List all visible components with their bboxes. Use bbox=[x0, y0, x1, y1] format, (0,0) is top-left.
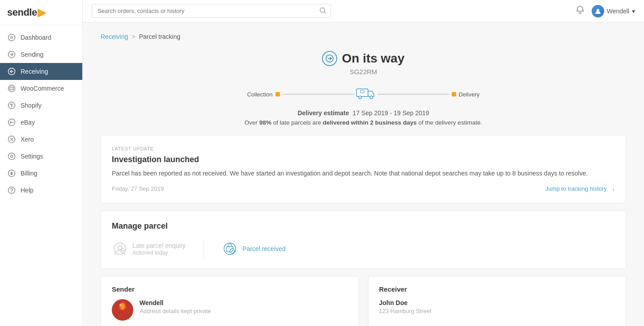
update-title: Investigation launched bbox=[112, 155, 615, 164]
late-middle: of late parcels are bbox=[273, 119, 321, 126]
sidebar-item-sending[interactable]: Sending bbox=[0, 46, 82, 63]
manage-actions: Late parcel enquiry Actioned today Parce… bbox=[112, 240, 615, 258]
parcel-received-icon bbox=[222, 241, 238, 257]
status-icon bbox=[322, 51, 337, 66]
user-avatar bbox=[592, 5, 604, 17]
sidebar-label-shopify: Shopify bbox=[21, 102, 42, 109]
status-title-row: On its way bbox=[101, 51, 626, 66]
tracking-arrow: ↓ bbox=[612, 185, 615, 192]
svg-point-30 bbox=[119, 304, 121, 306]
user-menu-button[interactable]: Wendell ▾ bbox=[592, 5, 635, 17]
delivery-estimate-dates: 17 Sep 2019 - 19 Sep 2019 bbox=[352, 109, 429, 117]
tracking-link-text: Jump to tracking history bbox=[546, 185, 607, 192]
update-body: Parcel has been reported as not received… bbox=[112, 169, 615, 178]
action-late-sub: Actioned today bbox=[132, 250, 186, 256]
svg-point-12 bbox=[8, 187, 15, 194]
receiver-card: Receiver John Doe 123 Hamburg Street bbox=[368, 276, 627, 326]
sidebar-item-ebay[interactable]: eBay bbox=[0, 114, 82, 131]
sidebar-item-woocommerce[interactable]: WooCommerce bbox=[0, 80, 82, 97]
sidebar-label-ebay: eBay bbox=[21, 119, 35, 126]
manage-parcel-title: Manage parcel bbox=[112, 222, 615, 231]
receiver-title: Receiver bbox=[379, 285, 615, 293]
late-enquiry-icon bbox=[112, 241, 128, 257]
jump-to-tracking-link[interactable]: Jump to tracking history ↓ bbox=[546, 185, 615, 192]
svg-point-4 bbox=[8, 85, 15, 92]
sidebar-label-receiving: Receiving bbox=[21, 68, 48, 75]
action-divider bbox=[203, 240, 204, 258]
logo-text: sendle bbox=[7, 7, 37, 18]
tracker-line-left bbox=[283, 94, 354, 95]
update-date: Friday, 27 Sep 2019 bbox=[112, 185, 164, 192]
receiver-info: John Doe 123 Hamburg Street bbox=[379, 299, 432, 314]
logo-arrow: ▶ bbox=[38, 6, 46, 19]
late-suffix: of the delivery estimate. bbox=[419, 119, 483, 126]
breadcrumb-separator: > bbox=[131, 33, 135, 40]
sidebar-item-xero[interactable]: Xero bbox=[0, 131, 82, 148]
billing-icon bbox=[7, 169, 16, 178]
breadcrumb: Receiving > Parcel tracking bbox=[101, 33, 626, 40]
status-text: On its way bbox=[342, 51, 404, 66]
status-header: On its way SG22RM bbox=[101, 51, 626, 75]
sidebar-label-woocommerce: WooCommerce bbox=[21, 85, 64, 92]
xero-icon bbox=[7, 135, 16, 144]
sidebar-label-xero: Xero bbox=[21, 136, 34, 143]
tracker-line-right bbox=[377, 94, 449, 95]
sidebar-label-sending: Sending bbox=[21, 51, 43, 58]
delivery-label: Delivery bbox=[459, 91, 480, 98]
svg-point-9 bbox=[8, 153, 15, 160]
late-bold: delivered within 2 business days bbox=[323, 119, 417, 126]
sidebar-item-shopify[interactable]: Shopify bbox=[0, 97, 82, 114]
breadcrumb-current: Parcel tracking bbox=[139, 33, 181, 40]
user-dropdown-icon: ▾ bbox=[632, 8, 635, 15]
sender-receiver-row: Sender Wendell Address details kept priv… bbox=[101, 276, 626, 326]
action-parcel-received[interactable]: Parcel received bbox=[222, 241, 286, 257]
action-received-name: Parcel received bbox=[242, 245, 286, 252]
manage-parcel-card: Manage parcel Late parcel enquiry Action… bbox=[101, 210, 626, 269]
shopify-icon bbox=[7, 101, 16, 110]
svg-point-1 bbox=[11, 37, 13, 38]
sender-info: Wendell Address details kept private bbox=[140, 299, 211, 314]
search-input[interactable] bbox=[92, 4, 331, 18]
sidebar-item-help[interactable]: Help bbox=[0, 182, 82, 199]
late-prefix: Over bbox=[245, 119, 258, 126]
status-code: SG22RM bbox=[101, 68, 626, 75]
svg-point-24 bbox=[224, 243, 236, 255]
late-percent: 98% bbox=[259, 119, 271, 126]
help-icon bbox=[7, 186, 16, 195]
sidebar-item-settings[interactable]: Settings bbox=[0, 148, 82, 165]
sidebar-label-dashboard: Dashboard bbox=[21, 34, 51, 41]
receiver-address: 123 Hamburg Street bbox=[379, 308, 432, 314]
sending-icon bbox=[7, 50, 16, 59]
late-parcel-info: Over 98% of late parcels are delivered w… bbox=[101, 119, 626, 126]
sender-address: Address details kept private bbox=[140, 308, 211, 314]
dashboard-icon bbox=[7, 33, 16, 42]
svg-rect-5 bbox=[10, 87, 13, 90]
sidebar-item-billing[interactable]: Billing bbox=[0, 165, 82, 182]
logo-area: sendle▶ bbox=[0, 0, 82, 25]
delivery-estimate: Delivery estimate 17 Sep 2019 - 19 Sep 2… bbox=[101, 109, 626, 117]
receiver-body: John Doe 123 Hamburg Street bbox=[379, 299, 615, 314]
breadcrumb-parent[interactable]: Receiving bbox=[101, 33, 128, 40]
search-button[interactable] bbox=[319, 7, 326, 15]
topbar-right: Wendell ▾ bbox=[576, 5, 635, 17]
content-area: Receiving > Parcel tracking On its way S… bbox=[83, 22, 644, 326]
settings-icon bbox=[7, 152, 16, 161]
svg-point-10 bbox=[11, 155, 13, 158]
action-late-enquiry[interactable]: Late parcel enquiry Actioned today bbox=[112, 241, 186, 257]
sidebar: sendle▶ Dashboard Sending Receiving bbox=[0, 0, 83, 326]
update-footer: Friday, 27 Sep 2019 Jump to tracking his… bbox=[112, 185, 615, 192]
logo: sendle▶ bbox=[7, 6, 75, 19]
action-late-text: Late parcel enquiry Actioned today bbox=[132, 242, 186, 256]
action-received-text: Parcel received bbox=[242, 245, 286, 252]
svg-point-0 bbox=[8, 34, 15, 41]
sidebar-item-receiving[interactable]: Receiving bbox=[0, 63, 82, 80]
svg-point-13 bbox=[12, 192, 12, 192]
sidebar-label-help: Help bbox=[21, 187, 34, 194]
delivery-dot bbox=[452, 92, 456, 96]
sender-name: Wendell bbox=[140, 299, 211, 306]
sidebar-label-settings: Settings bbox=[21, 153, 43, 160]
woocommerce-icon bbox=[7, 84, 16, 93]
notifications-button[interactable] bbox=[576, 5, 585, 17]
latest-update-card: LATEST UPDATE Investigation launched Par… bbox=[101, 135, 626, 203]
sidebar-item-dashboard[interactable]: Dashboard bbox=[0, 29, 82, 46]
